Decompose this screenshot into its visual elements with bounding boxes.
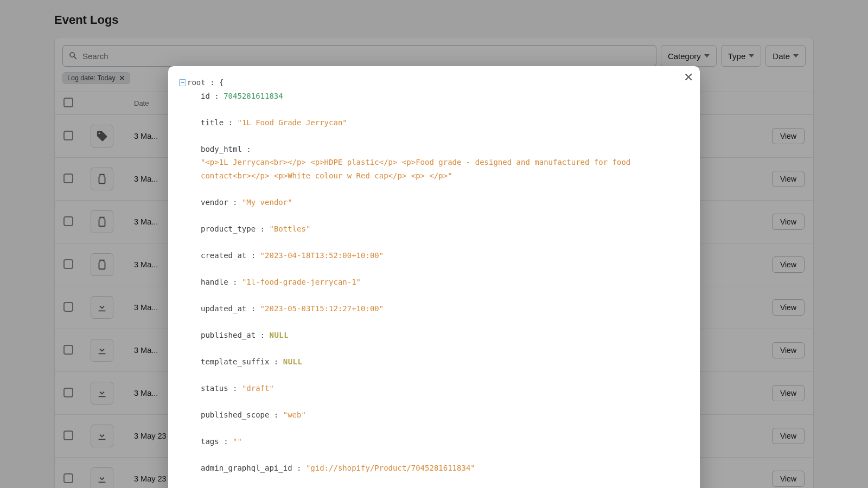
close-icon: ✕ [684, 70, 693, 84]
json-string: "draft" [242, 384, 274, 393]
modal-close-button[interactable]: ✕ [684, 72, 693, 84]
json-string: "Bottles" [269, 224, 310, 233]
json-string: "<p>1L Jerrycan<br></p> <p>HDPE plastic<… [201, 156, 651, 182]
json-key: product_type [201, 224, 256, 233]
json-string: "My vendor" [242, 198, 292, 207]
json-viewer: −root : { id : 7045281611834 title : "1L… [168, 66, 700, 488]
json-string: "2023-04-18T13:52:00+10:00" [260, 251, 384, 260]
json-key: root [187, 78, 206, 87]
json-string: "2023-05-03T15:12:27+10:00" [260, 304, 384, 313]
json-key: admin_graphql_api_id [201, 464, 292, 472]
json-key: handle [201, 278, 228, 286]
json-key: tags [201, 437, 219, 446]
json-key: template_suffix [201, 357, 269, 366]
json-string: "web" [283, 410, 306, 419]
json-string: "gid://shopify/Product/7045281611834" [306, 464, 475, 472]
json-key: updated_at [201, 304, 246, 313]
json-null: NULL [269, 331, 289, 339]
json-string: "1L Food Grade Jerrycan" [237, 118, 347, 127]
json-string: "" [233, 437, 242, 446]
json-null: NULL [283, 357, 303, 366]
collapse-toggle[interactable]: − [179, 79, 186, 86]
json-key: id [201, 92, 210, 100]
json-key: published_at [201, 331, 256, 339]
json-key: created_at [201, 251, 246, 260]
json-key: published_scope [201, 410, 269, 419]
json-key: title [201, 118, 224, 127]
json-number: 7045281611834 [224, 92, 283, 100]
modal-overlay[interactable]: ✕ −root : { id : 7045281611834 title : "… [0, 0, 868, 488]
json-string: "1l-food-grade-jerrycan-1" [242, 278, 361, 286]
json-modal: ✕ −root : { id : 7045281611834 title : "… [168, 66, 700, 488]
json-key: vendor [201, 198, 228, 207]
json-key: status [201, 384, 228, 393]
json-key: body_html [201, 145, 242, 153]
